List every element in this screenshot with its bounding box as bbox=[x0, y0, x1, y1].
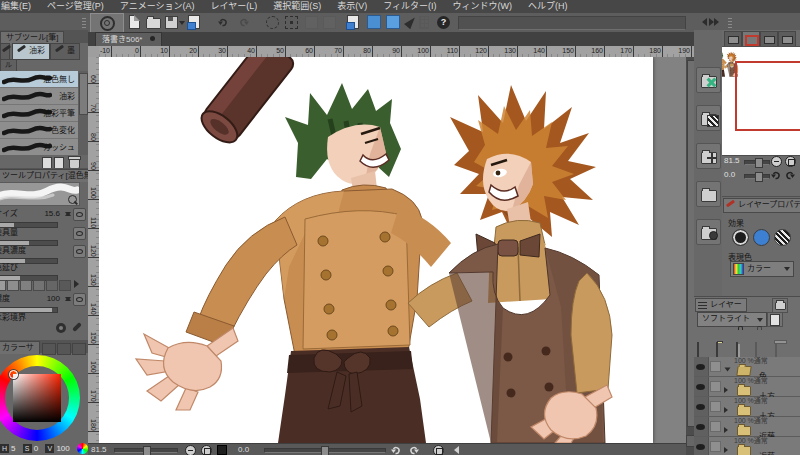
zoom-fit-button[interactable] bbox=[200, 445, 212, 455]
toolbar-grip[interactable] bbox=[82, 16, 86, 28]
layer-expand-caret[interactable] bbox=[725, 368, 731, 375]
brush-item[interactable]: 混色無し bbox=[0, 71, 78, 88]
palette-folder-tone-button[interactable] bbox=[696, 105, 721, 131]
flip-view-button[interactable] bbox=[448, 445, 460, 455]
tab-information[interactable] bbox=[778, 31, 796, 47]
tip-swatch[interactable] bbox=[46, 280, 58, 291]
subtool-group-tab-partial[interactable] bbox=[0, 43, 10, 60]
zoom-actual-size-button[interactable] bbox=[216, 445, 228, 455]
menu-item[interactable]: レイヤー(L) bbox=[202, 0, 265, 13]
subtool-group-tab[interactable]: 墨 bbox=[50, 43, 80, 60]
layer-expand-caret[interactable] bbox=[724, 387, 731, 393]
layer-visibility-eye-icon[interactable] bbox=[694, 397, 709, 416]
expression-color-dropdown[interactable]: カラー bbox=[730, 261, 794, 277]
size-dynamics-button[interactable] bbox=[73, 208, 86, 221]
clip-studio-logo-button[interactable] bbox=[90, 13, 124, 33]
size-value[interactable]: 15.6 bbox=[44, 208, 60, 220]
layer-visibility-eye-icon[interactable] bbox=[694, 417, 709, 436]
zoom-out-button[interactable] bbox=[184, 445, 196, 455]
navigator-zoom-slider[interactable] bbox=[744, 160, 770, 165]
sv-cursor[interactable] bbox=[9, 370, 18, 379]
brush-item[interactable]: 油彩 bbox=[0, 88, 78, 105]
blend-mode-dropdown[interactable]: ソフトライト bbox=[697, 312, 767, 327]
layer-row[interactable]: 100 %通常 近藤 bbox=[694, 437, 800, 455]
pin-icon[interactable] bbox=[716, 329, 728, 340]
color-effect-button[interactable] bbox=[753, 229, 770, 246]
canvas-page[interactable] bbox=[99, 57, 653, 443]
tool-settings-gear-icon[interactable] bbox=[56, 323, 66, 333]
layer-checkbox[interactable] bbox=[710, 361, 721, 372]
lock-icon[interactable] bbox=[736, 329, 748, 340]
tab-subview[interactable] bbox=[760, 31, 778, 47]
brush-item[interactable]: 油彩平筆 bbox=[0, 105, 78, 122]
opacity-value[interactable]: 100 bbox=[47, 293, 60, 305]
help-button[interactable]: ? bbox=[436, 15, 451, 29]
dock-expand-right-button[interactable] bbox=[708, 15, 724, 29]
navigator-rotate-right-button[interactable] bbox=[784, 170, 796, 180]
tab-navigator[interactable] bbox=[742, 31, 760, 47]
expand-selection-button[interactable] bbox=[321, 15, 337, 29]
paint-density-dynamics-button[interactable] bbox=[73, 245, 86, 258]
dock-collapse-left-button[interactable] bbox=[697, 15, 707, 29]
saturation-value-square[interactable] bbox=[13, 374, 61, 422]
border-effect-button[interactable] bbox=[732, 229, 749, 246]
new-layer-icon[interactable] bbox=[697, 343, 709, 354]
tip-swatch[interactable] bbox=[33, 280, 45, 291]
lock-alpha-icon[interactable] bbox=[755, 329, 767, 340]
open-file-button[interactable] bbox=[145, 15, 161, 29]
new-folder-icon[interactable] bbox=[716, 343, 728, 354]
opacity-icon[interactable] bbox=[697, 329, 709, 340]
canvas-vertical-scrollbar[interactable] bbox=[686, 57, 694, 455]
size-stepper[interactable] bbox=[65, 209, 72, 219]
subtool-group-tab[interactable]: 油彩 bbox=[12, 43, 50, 60]
tip-swatch[interactable] bbox=[59, 280, 71, 291]
undo-button[interactable] bbox=[215, 15, 231, 29]
palette-folder-record-button[interactable] bbox=[696, 219, 721, 245]
navigator-thumbnail[interactable] bbox=[722, 46, 800, 156]
slider-thumb[interactable] bbox=[755, 158, 763, 168]
dock-grip[interactable] bbox=[728, 16, 732, 28]
layer-row[interactable]: 100 %通常 近藤 bbox=[694, 417, 800, 437]
canvas-rotate-slider[interactable] bbox=[264, 448, 386, 453]
color-tab-icon[interactable] bbox=[57, 343, 71, 355]
layer-row[interactable]: 100 %通常 色 bbox=[694, 357, 800, 377]
layer-visibility-eye-icon[interactable] bbox=[694, 377, 709, 396]
tip-swatch[interactable] bbox=[7, 280, 19, 291]
layer-visibility-eye-icon[interactable] bbox=[694, 357, 709, 376]
export-image-button[interactable] bbox=[186, 15, 202, 29]
opacity-stepper[interactable] bbox=[65, 294, 72, 304]
tip-swatch[interactable] bbox=[20, 280, 32, 291]
palette-folder-close-button[interactable] bbox=[696, 67, 721, 93]
layer-expand-caret[interactable] bbox=[724, 447, 731, 453]
layer-expand-caret[interactable] bbox=[724, 407, 731, 413]
paint-amount-dynamics-button[interactable] bbox=[73, 227, 86, 240]
navigator-rotate-slider[interactable] bbox=[744, 174, 770, 179]
tone-effect-button[interactable] bbox=[774, 229, 791, 246]
layer-visibility-eye-icon[interactable] bbox=[694, 437, 709, 455]
hue-value[interactable]: 5 bbox=[11, 443, 15, 454]
invert-selection-button[interactable] bbox=[303, 15, 319, 29]
opacity-dynamics-button[interactable] bbox=[73, 293, 86, 306]
layer-checkbox[interactable] bbox=[710, 441, 721, 452]
palette-folder-transform-button[interactable] bbox=[696, 143, 721, 169]
canvas-workspace[interactable] bbox=[99, 57, 686, 443]
layers-panel-tab[interactable]: レイヤー bbox=[695, 298, 747, 312]
layer-checkbox[interactable] bbox=[710, 401, 721, 412]
magnifier-icon[interactable] bbox=[68, 195, 77, 204]
color-circle-tab[interactable]: カラーサ bbox=[0, 341, 40, 354]
pen-pressure-button[interactable] bbox=[403, 15, 419, 29]
menu-item[interactable]: 選択範囲(S) bbox=[265, 0, 329, 13]
redo-button[interactable] bbox=[236, 15, 252, 29]
color-tab-icon[interactable] bbox=[42, 343, 56, 355]
snap-special-ruler-button[interactable] bbox=[366, 15, 382, 29]
layers-dock-button[interactable] bbox=[772, 298, 788, 313]
transform-selection-button[interactable] bbox=[283, 15, 299, 29]
rotate-right-button[interactable] bbox=[408, 445, 420, 455]
menu-item[interactable]: ヘルプ(H) bbox=[520, 0, 576, 13]
navigator-view-rectangle[interactable] bbox=[735, 61, 800, 131]
brush-list-scrollbar[interactable] bbox=[78, 71, 88, 155]
deselect-button[interactable] bbox=[264, 15, 280, 29]
slider-thumb[interactable] bbox=[755, 172, 763, 182]
layer-checkbox[interactable] bbox=[710, 421, 721, 432]
layer-row[interactable]: 100 %通常 土方 bbox=[694, 397, 800, 417]
